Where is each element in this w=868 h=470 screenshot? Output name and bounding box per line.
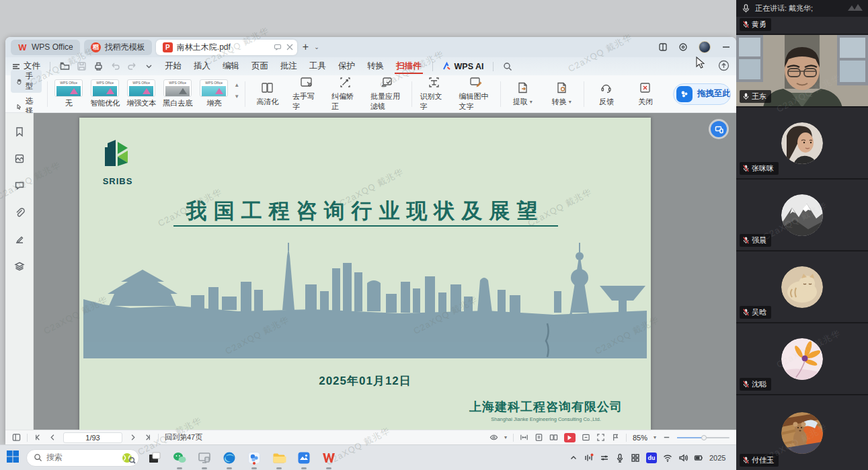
- battery-icon[interactable]: [694, 453, 703, 463]
- menu-item-wps-ai[interactable]: WPS AI: [442, 62, 484, 71]
- signature-icon[interactable]: [14, 234, 25, 245]
- task-view-button[interactable]: [145, 448, 164, 467]
- menu-item-page[interactable]: 页面: [250, 59, 270, 73]
- print-icon[interactable]: [93, 61, 104, 71]
- wps-app-button[interactable]: [319, 448, 338, 467]
- prev-page-icon[interactable]: [48, 433, 57, 442]
- quick-access-caret-icon[interactable]: [144, 61, 154, 71]
- cloud-upload-button[interactable]: [718, 60, 729, 73]
- cloud-app-button[interactable]: [245, 448, 264, 467]
- filter-none[interactable]: WPS Office 无: [52, 79, 85, 108]
- last-page-icon[interactable]: [143, 433, 152, 442]
- menu-item-tools[interactable]: 工具: [308, 59, 327, 73]
- read-mode-caret-icon[interactable]: ▾: [504, 434, 507, 440]
- edge-browser-button[interactable]: [220, 448, 239, 467]
- pdf-slide-page[interactable]: SRIBS 我国工程咨询行业现状及展望: [79, 118, 651, 430]
- ocr-button[interactable]: 识别文字: [418, 76, 451, 112]
- menu-item-comment[interactable]: 批注: [279, 59, 299, 73]
- next-page-icon[interactable]: [128, 433, 137, 442]
- zoom-out-icon[interactable]: [662, 433, 671, 442]
- back-to-page-link[interactable]: 回到第47页: [165, 432, 202, 442]
- participant-tile[interactable]: 黄勇: [736, 17, 868, 35]
- participant-tile-video[interactable]: 王东: [736, 35, 868, 108]
- participant-tile[interactable]: 付佳玉: [736, 395, 868, 470]
- batch-apply-filter-button[interactable]: 批量应用滤镜: [368, 76, 406, 112]
- menu-item-home[interactable]: 开始: [163, 59, 183, 73]
- menu-item-convert[interactable]: 转换: [366, 59, 385, 73]
- page-indicator-input[interactable]: 1/93: [63, 432, 122, 443]
- participant-tile[interactable]: 张咪咪: [736, 108, 868, 180]
- tab-docer-templates[interactable]: 稻 找稻壳模板: [84, 40, 152, 55]
- mobile-transfer-float-button[interactable]: [711, 121, 727, 137]
- single-page-icon[interactable]: [535, 433, 543, 442]
- wechat-app-button[interactable]: [170, 448, 189, 467]
- sidebar-toggle-icon[interactable]: [12, 433, 21, 442]
- minimize-icon[interactable]: [721, 42, 731, 52]
- menu-item-protect[interactable]: 保护: [337, 59, 356, 73]
- convert-button[interactable]: 转换▾: [545, 81, 578, 107]
- two-page-icon[interactable]: [549, 433, 558, 442]
- taskbar-clock[interactable]: 2025: [709, 454, 729, 462]
- first-page-icon[interactable]: [34, 433, 42, 442]
- tab-message-icon[interactable]: [274, 43, 282, 51]
- fit-page-icon[interactable]: [582, 433, 590, 442]
- extract-button[interactable]: 提取▾: [506, 81, 539, 107]
- taskbar-search-box[interactable]: 搜索: [26, 449, 139, 467]
- play-mode-button[interactable]: [564, 433, 576, 442]
- read-mode-icon[interactable]: [489, 433, 498, 442]
- drag-upload-button[interactable]: 拖拽至此上...: [673, 83, 731, 105]
- wifi-icon[interactable]: [663, 453, 672, 463]
- thumbnail-icon[interactable]: [14, 153, 25, 164]
- full-screen-icon[interactable]: [596, 433, 605, 442]
- media-tray-icon[interactable]: [584, 453, 594, 463]
- baidu-ime-icon[interactable]: du: [646, 453, 657, 463]
- menu-item-insert[interactable]: 插入: [192, 59, 212, 73]
- comment-icon[interactable]: [14, 180, 25, 191]
- split-view-icon[interactable]: [658, 42, 668, 52]
- feedback-button[interactable]: 反馈: [590, 81, 623, 107]
- menu-item-scanner[interactable]: 扫描件: [395, 59, 423, 74]
- remove-handwriting-button[interactable]: 去手写字: [290, 76, 323, 112]
- close-scanner-button[interactable]: 关闭: [629, 81, 662, 107]
- zoom-caret-icon[interactable]: ▾: [654, 434, 656, 440]
- tab-close-icon[interactable]: [286, 44, 293, 50]
- undo-icon[interactable]: [110, 61, 120, 71]
- flag-mark-icon[interactable]: [611, 433, 620, 442]
- filters-scroll-down-icon[interactable]: ▼: [234, 93, 239, 100]
- participant-tile[interactable]: 吴晗: [736, 251, 868, 323]
- tray-expand-icon[interactable]: [569, 453, 578, 463]
- mixer-tray-icon[interactable]: [600, 453, 609, 463]
- ime-tray-icon[interactable]: [631, 453, 640, 463]
- save-icon[interactable]: [77, 61, 87, 71]
- file-explorer-button[interactable]: [270, 448, 288, 467]
- fit-width-icon[interactable]: [520, 433, 528, 442]
- filter-enhance-text[interactable]: WPS Office 增强文本: [125, 79, 157, 108]
- hd-enhance-button[interactable]: 高清化: [251, 81, 284, 107]
- microphone-tray-icon[interactable]: [615, 453, 625, 463]
- bookmark-icon[interactable]: [14, 126, 25, 137]
- hand-tool-button[interactable]: 手型: [11, 70, 42, 93]
- screen-share-app-button[interactable]: [195, 448, 214, 467]
- layers-icon[interactable]: [14, 261, 25, 272]
- tab-list-caret-icon[interactable]: ⌄: [314, 44, 319, 50]
- edit-image-text-button[interactable]: 编辑图中文字: [457, 76, 495, 112]
- menu-item-edit[interactable]: 编辑: [221, 59, 241, 73]
- appearance-icon[interactable]: [678, 42, 688, 52]
- tab-wps-home[interactable]: W WPS Office: [11, 40, 80, 55]
- filter-smart-optimize[interactable]: WPS Office 智能优化: [89, 79, 121, 108]
- redo-icon[interactable]: [127, 61, 137, 71]
- attachment-icon[interactable]: [14, 207, 25, 218]
- zoom-slider[interactable]: [677, 437, 729, 438]
- zoom-level-label[interactable]: 85%: [633, 434, 647, 442]
- meeting-app-button[interactable]: [294, 448, 313, 467]
- zoom-slider-knob[interactable]: [701, 435, 707, 440]
- search-icon[interactable]: [503, 62, 512, 71]
- user-avatar[interactable]: [699, 41, 711, 53]
- filter-brighten[interactable]: WPS Office 增亮: [198, 79, 230, 108]
- new-tab-button[interactable]: +: [301, 41, 310, 53]
- volume-icon[interactable]: [678, 453, 688, 463]
- participant-tile[interactable]: 强晨: [736, 180, 868, 251]
- participant-tile[interactable]: 沈聪: [736, 323, 868, 395]
- open-folder-icon[interactable]: [60, 61, 70, 71]
- start-button[interactable]: [5, 449, 20, 467]
